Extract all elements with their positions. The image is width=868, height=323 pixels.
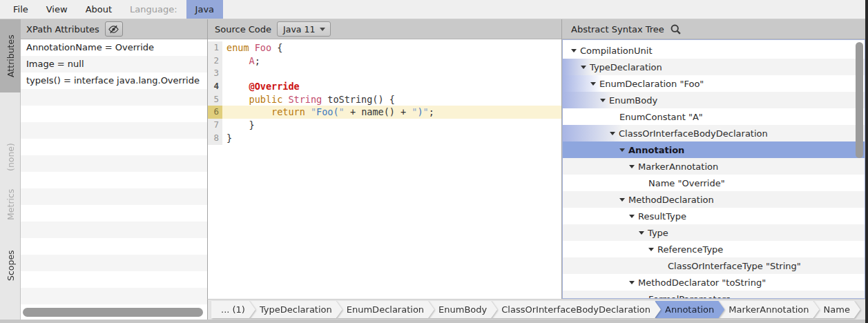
- tree-node-markerannotation[interactable]: MarkerAnnotation: [563, 158, 865, 175]
- source-code-header: Source Code Java 11: [208, 19, 561, 39]
- source-code-title: Source Code: [215, 24, 271, 35]
- menu-file[interactable]: File: [4, 0, 37, 19]
- breadcrumb-wrap: TypeDeclaration: [250, 301, 343, 318]
- tree-node-type[interactable]: Type: [563, 224, 865, 241]
- attribute-row: [21, 222, 207, 238]
- code-editor[interactable]: 1enum Foo {2 A;34 @Override5 public Stri…: [208, 39, 561, 299]
- attribute-row: [21, 288, 207, 304]
- tree-node-enumdeclaration[interactable]: EnumDeclaration "Foo": [563, 75, 865, 92]
- tree-node-label: ClassOrInterfaceBodyDeclaration: [619, 128, 768, 139]
- code-line[interactable]: 4 @Override: [208, 80, 561, 93]
- expand-arrow-icon[interactable]: [629, 215, 635, 218]
- menu-language-label: Language:: [121, 0, 186, 19]
- search-icon[interactable]: [670, 23, 682, 35]
- code-line[interactable]: 8}: [208, 132, 561, 145]
- code-text: }: [222, 132, 561, 145]
- attribute-row[interactable]: AnnotationName = Override: [21, 39, 207, 56]
- language-version-value: Java 11: [283, 24, 315, 35]
- tree-node-formalparameters[interactable]: FormalParameters: [563, 291, 865, 299]
- expand-arrow-icon[interactable]: [610, 132, 615, 135]
- tree-node-typedeclaration[interactable]: TypeDeclaration: [563, 59, 865, 75]
- ast-vertical-scrollbar[interactable]: [856, 42, 863, 158]
- tree-node-label: FormalParameters: [648, 294, 731, 300]
- source-code-panel: Source Code Java 11 1enum Foo {2 A;34 @O…: [207, 19, 561, 299]
- line-number: 5: [208, 93, 222, 106]
- tree-node-label: MarkerAnnotation: [638, 162, 718, 172]
- tree-node-classorinterfacetype[interactable]: ClassOrInterfaceType "String": [563, 257, 865, 274]
- ast-header: Abstract Syntax Tree: [562, 19, 865, 39]
- breadcrumb-wrap: ClassOrInterfaceBodyDeclaration: [492, 301, 661, 318]
- tree-node-label: MethodDeclaration: [628, 195, 714, 205]
- tree-node-label: TypeDeclaration: [590, 62, 662, 72]
- attribute-row: [21, 122, 207, 139]
- line-number: 4: [208, 80, 222, 93]
- xpath-attributes-header: XPath Attributes: [21, 19, 207, 39]
- attribute-row: [21, 106, 207, 122]
- tab-metrics: Metrics(none): [0, 123, 21, 240]
- code-line[interactable]: 1enum Foo {: [208, 41, 561, 55]
- tree-node-methoddeclarator[interactable]: MethodDeclarator "toString": [563, 274, 865, 291]
- ast-tree: CompilationUnitTypeDeclarationEnumDeclar…: [562, 39, 865, 299]
- code-text: public String toString() {: [222, 93, 561, 106]
- breadcrumb-enumdeclaration[interactable]: EnumDeclaration: [337, 301, 434, 318]
- code-line[interactable]: 3: [208, 67, 561, 80]
- expand-arrow-icon[interactable]: [571, 49, 577, 52]
- expand-arrow-icon[interactable]: [629, 165, 635, 168]
- breadcrumb-name[interactable]: Name: [814, 301, 860, 318]
- expand-arrow-icon[interactable]: [600, 99, 606, 102]
- tree-node-compilationunit[interactable]: CompilationUnit: [563, 42, 865, 59]
- code-line[interactable]: 2 A;: [208, 55, 561, 68]
- tree-node-label: ClassOrInterfaceType "String": [668, 261, 801, 271]
- breadcrumb-1[interactable]: ... (1): [211, 301, 255, 318]
- left-tab-strip: Attributes Metrics(none) Scopes: [0, 19, 21, 320]
- expand-arrow-icon[interactable]: [590, 82, 596, 86]
- eye-off-icon[interactable]: [105, 21, 123, 37]
- tree-node-resulttype[interactable]: ResultType: [563, 208, 865, 224]
- tree-node-name[interactable]: Name "Override": [563, 175, 865, 191]
- breadcrumb-typedeclaration[interactable]: TypeDeclaration: [250, 301, 343, 318]
- breadcrumb-wrap: Name: [814, 301, 860, 318]
- expand-arrow-icon[interactable]: [639, 231, 644, 235]
- code-line[interactable]: 7 }: [208, 119, 561, 132]
- tree-node-label: Name "Override": [648, 178, 725, 188]
- tree-node-label: EnumConstant "A": [619, 112, 703, 122]
- language-version-select[interactable]: Java 11: [277, 21, 331, 37]
- expand-arrow-icon[interactable]: [619, 148, 625, 152]
- code-text: enum Foo {: [222, 41, 561, 55]
- expand-arrow-icon[interactable]: [648, 248, 654, 251]
- tree-node-methoddeclaration[interactable]: MethodDeclaration: [563, 191, 865, 208]
- expand-arrow-icon[interactable]: [629, 281, 635, 284]
- breadcrumb-annotation[interactable]: Annotation: [655, 301, 724, 318]
- code-line[interactable]: 5 public String toString() {: [208, 93, 561, 106]
- menu-language-java[interactable]: Java: [186, 0, 223, 19]
- tab-scopes[interactable]: Scopes: [0, 242, 21, 290]
- menu-about[interactable]: About: [77, 0, 121, 19]
- tree-node-enumconstant[interactable]: EnumConstant "A": [563, 108, 865, 125]
- breadcrumb-classorinterfacebodydeclaration[interactable]: ClassOrInterfaceBodyDeclaration: [492, 301, 661, 318]
- breadcrumb-wrap: ... (1): [211, 301, 255, 318]
- breadcrumb-markerannotation[interactable]: MarkerAnnotation: [719, 301, 819, 318]
- tree-node-enumbody[interactable]: EnumBody: [563, 92, 865, 108]
- code-line[interactable]: 6 return "Foo(" + name() + ")";: [208, 106, 561, 119]
- tree-node-label: Type: [648, 228, 668, 238]
- expand-arrow-icon[interactable]: [581, 66, 586, 69]
- menu-view[interactable]: View: [37, 0, 77, 19]
- breadcrumb-enumbody[interactable]: EnumBody: [429, 301, 497, 318]
- xpath-attributes-title: XPath Attributes: [26, 24, 99, 35]
- tree-node-referencetype[interactable]: ReferenceType: [563, 241, 865, 257]
- chevron-down-icon: [320, 28, 325, 31]
- tree-node-annotation[interactable]: Annotation: [563, 141, 865, 158]
- attribute-row: [21, 205, 207, 222]
- expand-arrow-icon[interactable]: [619, 198, 625, 202]
- breadcrumb-wrap: EnumBody: [429, 301, 497, 318]
- attribute-row[interactable]: typeIs() = interface java.lang.Override: [21, 72, 207, 89]
- tree-node-label: ResultType: [638, 211, 686, 222]
- breadcrumb-wrap: MarkerAnnotation: [719, 301, 819, 318]
- breadcrumb-wrap: EnumDeclaration: [337, 301, 434, 318]
- attribute-row[interactable]: Image = null: [21, 56, 207, 72]
- tree-node-classorinterfacebodydeclaration[interactable]: ClassOrInterfaceBodyDeclaration: [563, 125, 865, 141]
- bottom-strip: [0, 320, 868, 323]
- attributes-horizontal-scrollbar[interactable]: [23, 308, 203, 317]
- tab-attributes[interactable]: Attributes: [0, 19, 21, 92]
- code-text: return "Foo(" + name() + ")";: [222, 106, 561, 119]
